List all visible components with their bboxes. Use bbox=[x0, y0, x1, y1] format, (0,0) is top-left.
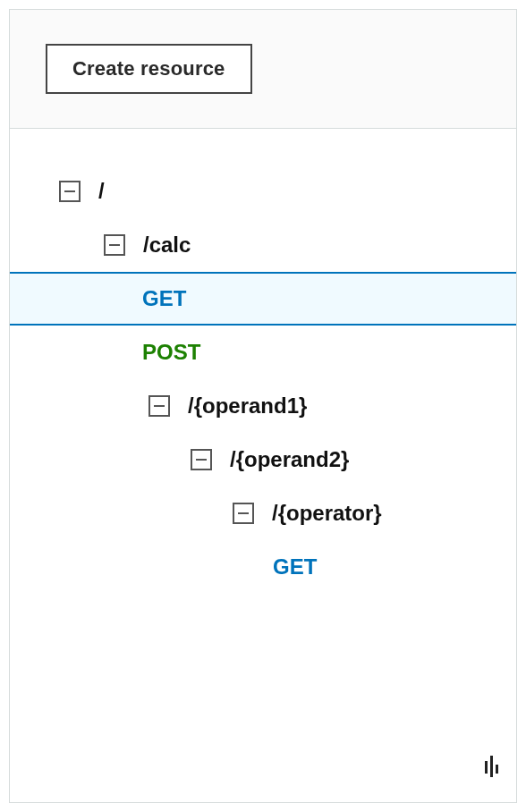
panel-header: Create resource bbox=[10, 10, 516, 129]
resource-tree: / /calc GET POST /{operand1} /{operand2}… bbox=[10, 129, 516, 594]
collapse-icon[interactable] bbox=[104, 234, 125, 256]
tree-node-root[interactable]: / bbox=[10, 165, 516, 218]
resource-panel: Create resource / /calc GET POST /{opera… bbox=[9, 9, 517, 803]
path-label: /calc bbox=[143, 233, 191, 258]
tree-node-operand1[interactable]: /{operand1} bbox=[10, 379, 516, 433]
collapse-icon[interactable] bbox=[148, 395, 170, 417]
path-label: / bbox=[98, 179, 105, 204]
tree-method-get-operator[interactable]: GET bbox=[10, 540, 516, 594]
collapse-icon[interactable] bbox=[59, 181, 81, 202]
path-label: /{operand2} bbox=[230, 447, 349, 472]
path-label: /{operand1} bbox=[188, 393, 307, 419]
collapse-icon[interactable] bbox=[233, 503, 254, 524]
tree-node-operator[interactable]: /{operator} bbox=[10, 486, 516, 540]
tree-method-get-calc[interactable]: GET bbox=[10, 272, 516, 326]
create-resource-button[interactable]: Create resource bbox=[46, 44, 252, 94]
path-label: /{operator} bbox=[272, 501, 382, 526]
collapse-icon[interactable] bbox=[191, 449, 212, 470]
tree-method-post-calc[interactable]: POST bbox=[10, 326, 516, 379]
tree-node-calc[interactable]: /calc bbox=[10, 218, 516, 272]
method-label: GET bbox=[142, 286, 186, 311]
stats-icon[interactable] bbox=[485, 756, 498, 774]
tree-node-operand2[interactable]: /{operand2} bbox=[10, 433, 516, 486]
method-label: GET bbox=[273, 554, 317, 579]
method-label: POST bbox=[142, 340, 200, 365]
